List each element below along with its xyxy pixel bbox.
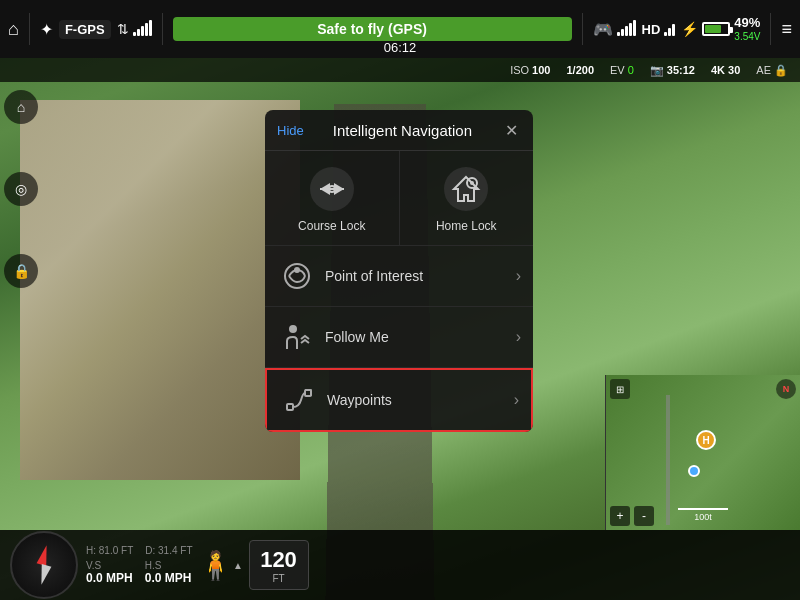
modal-top-options: Course Lock Home Lock: [265, 151, 533, 246]
poi-option[interactable]: Point of Interest ›: [265, 246, 533, 307]
mini-map-path: [666, 395, 670, 525]
svg-point-3: [470, 181, 474, 185]
menu-btn[interactable]: ≡: [781, 19, 792, 40]
mini-map-plus-icon: +: [616, 509, 623, 523]
hd-label: HD: [642, 22, 661, 37]
battery-fill: [705, 25, 721, 33]
bar1: [133, 32, 136, 36]
quality-value: 4K 30: [711, 64, 740, 76]
distance-label: D: 31.4 FT: [145, 545, 192, 556]
remote-signal: 🎮: [593, 20, 636, 39]
compass-north: [37, 544, 52, 566]
altitude-display: 120 FT: [249, 540, 309, 590]
rbar2: [621, 29, 624, 36]
height-stat: H: 81.0 FT: [86, 545, 133, 556]
divider-2: [162, 13, 163, 45]
flight-timer: 06:12: [384, 40, 417, 55]
intelligent-navigation-modal: Hide Intelligent Navigation ✕ Course Loc…: [265, 110, 533, 432]
bar5: [149, 20, 152, 36]
home-lock-label: Home Lock: [436, 219, 497, 233]
mini-map-compass: N: [776, 379, 796, 399]
sidebar-lock-btn[interactable]: 🔒: [4, 254, 38, 288]
link-signal: ⇅: [117, 21, 152, 37]
bar3: [141, 26, 144, 36]
distance-stat: D: 31.4 FT: [145, 545, 192, 556]
mini-map-zoom-controls: + -: [610, 506, 654, 526]
battery-section: ⚡ 49% 3.54V: [681, 15, 760, 43]
frames-info: 📷 35:12: [650, 64, 695, 77]
mini-map-minus-btn[interactable]: -: [634, 506, 654, 526]
mini-map-plus-btn[interactable]: +: [610, 506, 630, 526]
rbar1: [617, 32, 620, 36]
follow-me-arrow: ›: [516, 328, 521, 346]
hspeed-value: 0.0 MPH: [145, 571, 192, 585]
house-area-overlay: [20, 100, 300, 480]
height-label: H: 81.0 FT: [86, 545, 133, 556]
rbar4: [629, 23, 632, 36]
home-nav[interactable]: ⌂: [8, 19, 19, 40]
waypoints-icon: [279, 384, 319, 416]
mini-compass-n: N: [783, 384, 790, 394]
course-lock-label: Course Lock: [298, 219, 365, 233]
poi-icon: [277, 260, 317, 292]
compass-widget: [10, 531, 78, 599]
hbar2: [668, 28, 671, 36]
hbar1: [664, 32, 667, 36]
waypoints-option[interactable]: Waypoints ›: [265, 368, 533, 432]
bar4: [145, 23, 148, 36]
mini-map-drone-marker: [688, 465, 700, 477]
sidebar-lock-icon: 🔒: [13, 263, 30, 279]
gps-section[interactable]: F-GPS: [59, 20, 111, 39]
iso-label: ISO: [510, 64, 529, 76]
bottom-status-bar: H: 81.0 FT D: 31.4 FT V.S 0.0 MPH H.S 0.…: [0, 530, 800, 600]
course-lock-icon: [310, 167, 354, 211]
mini-map-scale: 100t: [678, 508, 728, 522]
hd-bars: [664, 22, 675, 36]
sidebar-home-btn[interactable]: ⌂: [4, 90, 38, 124]
frames-icon: 📷: [650, 64, 664, 77]
divider-4: [770, 13, 771, 45]
hd-quality: HD: [642, 22, 676, 37]
altitude-unit: FT: [272, 573, 284, 584]
person-icon-area: 🧍 ▲: [201, 549, 241, 582]
modal-close-button[interactable]: ✕: [501, 120, 521, 140]
left-sidebar: ⌂ ◎ 🔒: [0, 82, 40, 296]
camera-info-bar: ISO 100 1/200 EV 0 📷 35:12 4K 30 AE 🔒: [0, 58, 800, 82]
stats-row-1: H: 81.0 FT D: 31.4 FT: [86, 545, 193, 556]
iso-value: 100: [532, 64, 550, 76]
sidebar-home-icon: ⌂: [17, 99, 25, 115]
home-lock-icon: [444, 167, 488, 211]
vspeed-label: V.S: [86, 560, 133, 571]
battery-voltage: 3.54V: [734, 31, 760, 43]
waypoints-label: Waypoints: [327, 392, 514, 408]
battery-pct: 49%: [734, 15, 760, 31]
ae-lock-icon: 🔒: [774, 64, 788, 77]
shutter-info: 1/200: [566, 64, 594, 76]
mini-map-minus-icon: -: [642, 509, 646, 523]
svg-rect-7: [287, 404, 293, 410]
ev-info: EV 0: [610, 64, 634, 76]
shutter-value: 1/200: [566, 64, 594, 76]
remote-signal-bars: [617, 22, 636, 36]
poi-label: Point of Interest: [325, 268, 516, 284]
iso-info: ISO 100: [510, 64, 550, 76]
hbar3: [672, 24, 675, 36]
home-icon: ⌂: [8, 19, 19, 40]
menu-icon[interactable]: ≡: [781, 19, 792, 40]
follow-me-option[interactable]: Follow Me ›: [265, 307, 533, 368]
safe-to-fly-indicator: Safe to fly (GPS): [173, 17, 572, 41]
home-lock-option[interactable]: Home Lock: [400, 151, 534, 245]
modal-hide-button[interactable]: Hide: [277, 123, 304, 138]
hspeed-stat: H.S 0.0 MPH: [145, 560, 192, 585]
sidebar-compass-btn[interactable]: ◎: [4, 172, 38, 206]
svg-point-6: [289, 325, 297, 333]
mini-map-toggle-btn[interactable]: ⊞: [610, 379, 630, 399]
poi-arrow: ›: [516, 267, 521, 285]
course-lock-option[interactable]: Course Lock: [265, 151, 400, 245]
drone-icon: ✦: [40, 20, 53, 39]
modal-header: Hide Intelligent Navigation ✕: [265, 110, 533, 151]
compass-arrows: [32, 553, 56, 577]
quality-info: 4K 30: [711, 64, 740, 76]
rbar5: [633, 20, 636, 36]
modal-title: Intelligent Navigation: [312, 122, 493, 139]
